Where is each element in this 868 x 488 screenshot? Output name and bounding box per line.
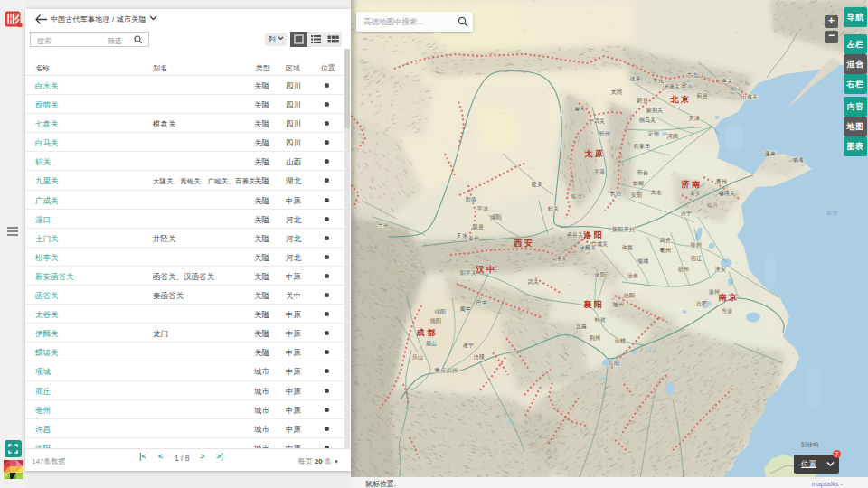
- svg-text:遂宁: 遂宁: [463, 342, 474, 348]
- svg-text:古北口: 古北口: [687, 71, 704, 79]
- svg-text:天津: 天津: [689, 116, 700, 121]
- svg-text:济宁: 济宁: [681, 210, 692, 216]
- svg-text:亳州: 亳州: [660, 247, 671, 253]
- svg-text:青州: 青州: [716, 179, 727, 184]
- svg-text:荆州: 荆州: [590, 335, 600, 341]
- svg-text:宁武关: 宁武关: [589, 117, 606, 124]
- svg-text:项城: 项城: [637, 258, 648, 264]
- svg-text:威海: 威海: [793, 157, 804, 163]
- svg-text:陇县: 陇县: [473, 223, 484, 230]
- svg-text:许昌: 许昌: [622, 245, 633, 251]
- svg-text:太原: 太原: [584, 149, 606, 158]
- svg-text:邯郸: 邯郸: [633, 180, 644, 186]
- svg-text:仙桃: 仙桃: [615, 338, 626, 344]
- svg-text:泸州: 泸州: [447, 368, 458, 373]
- svg-text:宿州: 宿州: [678, 266, 689, 273]
- svg-text:襄阳: 襄阳: [583, 300, 605, 309]
- svg-text:钟祥: 钟祥: [594, 316, 606, 323]
- svg-text:临沂: 临沂: [707, 202, 718, 209]
- svg-text:河间: 河间: [667, 134, 678, 140]
- svg-text:西安: 西安: [514, 238, 535, 248]
- svg-text:南京: 南京: [719, 293, 740, 302]
- svg-text:石家庄: 石家庄: [633, 143, 651, 150]
- svg-text:秦州: 秦州: [468, 236, 479, 241]
- svg-text:开封: 开封: [624, 227, 635, 232]
- svg-text:紫荆关: 紫荆关: [646, 107, 664, 113]
- svg-text:合肥: 合肥: [696, 301, 707, 307]
- svg-text:乐山: 乐山: [412, 354, 423, 360]
- svg-text:南阳: 南阳: [595, 272, 606, 278]
- svg-text:平凉: 平凉: [477, 205, 488, 211]
- svg-text:荥阳: 荥阳: [612, 226, 623, 233]
- svg-text:轵关: 轵关: [548, 205, 559, 211]
- svg-text:黄海: 黄海: [826, 210, 839, 217]
- svg-text:大名: 大名: [651, 189, 662, 196]
- svg-text:宜昌: 宜昌: [576, 323, 587, 330]
- svg-text:蔚县: 蔚县: [637, 98, 648, 103]
- svg-text:宣化: 宣化: [653, 77, 664, 84]
- svg-text:山海关: 山海关: [741, 93, 759, 99]
- svg-text:穆陵关: 穆陵关: [719, 190, 736, 197]
- svg-text:信阳: 信阳: [624, 293, 635, 299]
- svg-text:巴中: 巴中: [476, 300, 487, 305]
- svg-text:大同: 大同: [611, 89, 622, 95]
- svg-text:徐州: 徐州: [691, 242, 702, 249]
- svg-text:居庸关: 居庸关: [664, 83, 681, 90]
- svg-text:汉中: 汉中: [476, 265, 497, 274]
- svg-text:岳阳: 岳阳: [609, 361, 619, 367]
- svg-text:洛阳: 洛阳: [583, 230, 605, 239]
- svg-text:长治: 长治: [610, 191, 621, 197]
- svg-text:宿迁: 宿迁: [691, 255, 702, 262]
- svg-text:济南: 济南: [681, 180, 703, 189]
- svg-text:松亭关: 松亭关: [716, 78, 733, 84]
- svg-text:阆中: 阆中: [460, 306, 471, 313]
- svg-text:泰安: 泰安: [690, 190, 701, 197]
- svg-text:绵阳: 绵阳: [435, 309, 446, 315]
- svg-text:滁州: 滁州: [709, 289, 720, 295]
- svg-text:函谷关: 函谷关: [567, 231, 584, 239]
- svg-text:北京: 北京: [670, 95, 692, 104]
- svg-text:蓟县: 蓟县: [696, 93, 708, 99]
- svg-text:汝南: 汝南: [627, 272, 638, 278]
- svg-text:张家口: 张家口: [630, 75, 647, 82]
- svg-text:天水: 天水: [457, 233, 467, 239]
- svg-text:密云: 密云: [682, 81, 693, 88]
- svg-text:邢台: 邢台: [637, 169, 648, 176]
- svg-text:兰州: 兰州: [378, 222, 389, 229]
- svg-text:伊阙关: 伊阙关: [580, 244, 597, 251]
- svg-text:平遥: 平遥: [594, 168, 605, 175]
- svg-text:咸阳: 咸阳: [490, 214, 501, 221]
- svg-text:随州: 随州: [613, 301, 624, 308]
- svg-text:眉山: 眉山: [426, 341, 437, 347]
- svg-text:潼关: 潼关: [556, 255, 567, 262]
- svg-text:蓬莱: 蓬莱: [765, 151, 776, 157]
- svg-text:安阳: 安阳: [631, 192, 642, 199]
- svg-text:阳平关: 阳平关: [460, 269, 477, 277]
- svg-text:临汾: 临汾: [571, 193, 582, 200]
- svg-text:固原: 固原: [466, 196, 476, 203]
- svg-text:德阳: 德阳: [430, 318, 441, 324]
- svg-text:重庆: 重庆: [434, 367, 446, 373]
- svg-text:定州: 定州: [648, 130, 659, 137]
- svg-text:倒马关: 倒马关: [639, 117, 656, 124]
- svg-text:忻州: 忻州: [599, 131, 610, 136]
- svg-text:偏关: 偏关: [574, 105, 585, 112]
- svg-text:武关: 武关: [528, 278, 539, 285]
- svg-text:成都: 成都: [416, 328, 438, 337]
- svg-text:涪陵: 涪陵: [474, 353, 485, 361]
- svg-text:当涂: 当涂: [722, 308, 732, 314]
- svg-text:延安: 延安: [531, 181, 542, 187]
- svg-text:淮安: 淮安: [715, 266, 726, 272]
- svg-text:商丘: 商丘: [660, 237, 671, 243]
- svg-text:冷口: 冷口: [730, 86, 741, 92]
